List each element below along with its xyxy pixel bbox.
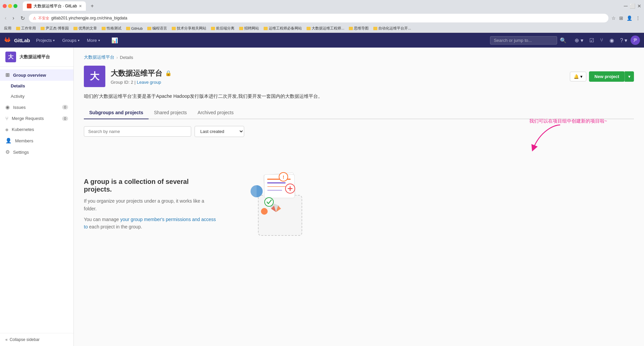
empty-state: A group is a collection of several proje… — [84, 145, 634, 267]
star-button[interactable]: ☆ — [610, 14, 617, 22]
main-layout: 大 大数据运维平台 ⊞ Group overview Details Activ… — [0, 48, 644, 346]
bookmark-yinzhengjie[interactable]: 尹正杰·博客园 — [39, 25, 70, 31]
issues-icon[interactable]: ◉ — [607, 35, 617, 46]
sidebar-item-merge-requests[interactable]: ⑂ Merge Requests 0 — [0, 113, 73, 124]
merge-requests-icon[interactable]: ⑂ — [597, 35, 606, 45]
projects-chevron: ▾ — [53, 39, 55, 42]
app: GitLab Projects ▾ Groups ▾ More ▾ 📊 🔍 ⊕ … — [0, 33, 644, 346]
new-project-button[interactable]: New project — [589, 71, 625, 82]
svg-text:!: ! — [283, 175, 284, 180]
bookmark-work[interactable]: 工作常用 — [15, 25, 37, 31]
browser-titlebar: 大数据运维平台 · GitLab ✕ + ─ ⬜ ✕ — [0, 0, 644, 12]
tab-archived-projects[interactable]: Archived projects — [192, 107, 239, 119]
gitlab-logo[interactable]: GitLab — [4, 36, 30, 44]
minimize-icon[interactable]: ─ — [624, 3, 628, 9]
window-maximize-button[interactable] — [13, 4, 17, 8]
projects-menu[interactable]: Projects ▾ — [33, 36, 58, 45]
new-project-dropdown-button[interactable]: ▾ — [625, 71, 634, 82]
members-icon: 👤 — [5, 138, 12, 144]
sidebar-item-details[interactable]: Details — [0, 81, 73, 91]
sidebar-merge-requests-label: Merge Requests — [12, 116, 44, 121]
extensions-button[interactable]: ⊞ — [618, 14, 624, 22]
group-details: 大数据运维平台 🔒 Group ID: 2 | Leave group — [111, 68, 172, 85]
tab-subgroups-projects[interactable]: Subgroups and projects — [84, 107, 149, 119]
sidebar-members-label: Members — [15, 138, 33, 143]
help-button[interactable]: ? ▾ — [618, 35, 630, 46]
bookmark-automation[interactable]: 自动化运维平台开... — [372, 25, 412, 31]
sidebar-group-title: 大数据运维平台 — [19, 54, 50, 60]
merge-requests-sidebar-icon: ⑂ — [5, 116, 8, 121]
sidebar-item-activity[interactable]: Activity — [0, 91, 73, 101]
close-window-icon[interactable]: ✕ — [637, 3, 641, 9]
search-button[interactable]: 🔍 — [557, 35, 569, 46]
bookmark-personality[interactable]: 性格测试 — [100, 25, 123, 31]
browser-chrome: 大数据运维平台 · GitLab ✕ + ─ ⬜ ✕ ‹ › ↻ ⚠ 不安全 g… — [0, 0, 644, 33]
active-tab[interactable]: 大数据运维平台 · GitLab ✕ — [23, 1, 86, 11]
profile-button[interactable]: 👤 — [626, 14, 633, 22]
more-menu[interactable]: More ▾ — [84, 36, 103, 45]
empty-state-title: A group is a collection of several proje… — [84, 178, 218, 193]
bookmarks-bar: 应用 工作常用 尹正杰·博客园 优秀的文章 性格测试 GitHub 编程语言 技… — [0, 24, 644, 33]
new-tab-button[interactable]: + — [87, 1, 98, 11]
kubernetes-icon: ⎈ — [5, 127, 8, 132]
breadcrumb-separator: › — [116, 55, 118, 60]
notification-bell-icon: 🔔 — [574, 74, 579, 79]
sidebar-item-group-overview[interactable]: ⊞ Group overview — [0, 69, 73, 81]
bookmark-bigdata[interactable]: 大数据运维工程师... — [305, 25, 345, 31]
group-actions: 🔔 ▾ New project ▾ — [570, 71, 634, 82]
bookmark-tech[interactable]: 技术分享相关网站 — [170, 25, 208, 31]
browser-tabs: 大数据运维平台 · GitLab ✕ + — [23, 1, 98, 11]
browser-toolbar: ‹ › ↻ ⚠ 不安全 gitlab201.yinzhengjie.org.cn… — [0, 12, 644, 24]
forward-button[interactable]: › — [10, 14, 16, 22]
browser-action-icons: ☆ ⊞ 👤 ⋮ — [610, 14, 641, 22]
sidebar-issues-label: Issues — [13, 105, 26, 110]
sidebar-item-issues[interactable]: ◉ Issues 0 — [0, 101, 73, 113]
settings-icon: ⚙ — [5, 149, 10, 155]
annotation-text: 我们可以在项目组中创建新的项目啦~ — [529, 118, 607, 124]
reload-button[interactable]: ↻ — [18, 14, 27, 22]
bookmark-jobs[interactable]: 招聘网站 — [238, 25, 260, 31]
collapse-sidebar-button[interactable]: « Collapse sidebar — [0, 333, 73, 346]
security-icon: ⚠ — [33, 16, 36, 20]
bookmark-apps[interactable]: 应用 — [3, 25, 13, 31]
group-header: 大 大数据运维平台 🔒 Group ID: 2 | Leave group — [84, 66, 634, 87]
window-close-button[interactable] — [3, 4, 7, 8]
bookmark-frontend[interactable]: 前后端分离 — [210, 25, 236, 31]
plus-new-button[interactable]: ⊕ ▾ — [572, 35, 586, 46]
bookmark-mindmap[interactable]: 思维导图 — [347, 25, 370, 31]
nav-search-input[interactable] — [490, 36, 557, 45]
group-avatar: 大 — [84, 66, 105, 87]
bookmark-github[interactable]: GitHub — [125, 26, 144, 31]
merge-requests-badge: 0 — [62, 116, 68, 121]
leave-group-link[interactable]: Leave group — [137, 80, 161, 85]
tab-close-button[interactable]: ✕ — [79, 4, 82, 8]
todos-button[interactable]: ☑ — [587, 35, 597, 46]
breadcrumb-parent-link[interactable]: 大数据运维平台 — [84, 54, 114, 60]
bookmark-ops[interactable]: 运维工程师必备网站 — [262, 25, 303, 31]
restore-icon[interactable]: ⬜ — [630, 3, 635, 9]
more-options-button[interactable]: ⋮ — [635, 14, 641, 22]
collapse-label: Collapse sidebar — [10, 337, 40, 342]
sidebar-item-settings[interactable]: ⚙ Settings — [0, 146, 73, 158]
user-avatar[interactable]: 尹 — [631, 36, 640, 45]
bookmark-articles[interactable]: 优秀的文章 — [72, 25, 98, 31]
groups-menu[interactable]: Groups ▾ — [59, 36, 83, 45]
sidebar-item-members[interactable]: 👤 Members — [0, 135, 73, 146]
tab-shared-projects[interactable]: Shared projects — [149, 107, 192, 119]
svg-point-10 — [265, 198, 273, 206]
notification-button[interactable]: 🔔 ▾ — [570, 72, 586, 81]
sort-select[interactable]: Last created Name Oldest created Recentl… — [195, 126, 244, 137]
sidebar-group-avatar: 大 — [5, 52, 16, 62]
nav-search: 🔍 — [490, 35, 569, 46]
sidebar-navigation: ⊞ Group overview Details Activity ◉ Issu… — [0, 67, 73, 333]
group-member-link[interactable]: your group member's permissions and acce… — [84, 217, 216, 229]
window-minimize-button[interactable] — [8, 4, 12, 8]
back-button[interactable]: ‹ — [3, 14, 8, 22]
main-content: 大数据运维平台 › Details 大 大数据运维平台 🔒 — [74, 48, 644, 346]
sidebar-item-kubernetes[interactable]: ⎈ Kubernetes — [0, 124, 73, 135]
bookmark-languages[interactable]: 编程语言 — [146, 25, 168, 31]
chart-button[interactable]: 📊 — [109, 35, 121, 46]
address-bar[interactable]: ⚠ 不安全 gitlab201.yinzhengjie.org.cn/china… — [29, 14, 608, 22]
search-by-name-input[interactable] — [84, 126, 191, 137]
sidebar: 大 大数据运维平台 ⊞ Group overview Details Activ… — [0, 48, 74, 346]
